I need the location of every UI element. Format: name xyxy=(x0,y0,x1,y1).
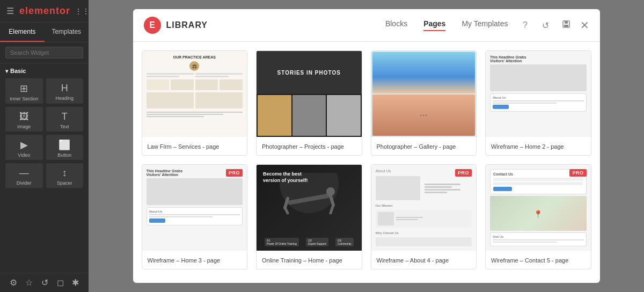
modal-actions: ? ↺ ✕ xyxy=(519,19,589,32)
template-card-wireframe-contact[interactable]: PRO Contact Us 📍 Visit Us xyxy=(485,164,591,269)
template-card-photographer-projects[interactable]: STORIES IN PHOTOS Photographer – Project… xyxy=(256,50,362,156)
refresh-button[interactable]: ↺ xyxy=(539,19,552,32)
template-info: Photographer – Gallery - page xyxy=(371,137,477,155)
spacer-icon: ↕ xyxy=(62,167,67,179)
widget-inner-section[interactable]: ⊞ Inner Section xyxy=(5,78,43,104)
svg-rect-2 xyxy=(564,25,568,27)
tab-my-templates[interactable]: My Templates xyxy=(462,19,508,31)
widget-image[interactable]: 🖼 Image xyxy=(5,107,43,132)
widget-video[interactable]: ▶ Video xyxy=(5,135,43,160)
widget-spacer[interactable]: ↕ Spacer xyxy=(46,163,84,188)
widget-label-divider: Divider xyxy=(17,180,32,186)
button-icon: ⬜ xyxy=(58,139,70,151)
text-icon: T xyxy=(62,111,68,122)
template-name: Wireframe – About 4 - page xyxy=(377,257,449,264)
widget-grid: ⊞ Inner Section H Heading 🖼 Image T Text… xyxy=(5,78,83,188)
template-card-law-firm[interactable]: OUR PRACTICE AREAS ⚖ xyxy=(142,50,248,156)
template-preview-wireframe-home3: PRO This Headline GrabsVisitors' Attenti… xyxy=(142,165,247,251)
hamburger-icon[interactable]: ☰ xyxy=(6,6,14,16)
widget-text[interactable]: T Text xyxy=(46,107,84,132)
page-icon[interactable]: ◻ xyxy=(57,278,64,288)
inner-section-icon: ⊞ xyxy=(20,83,28,94)
tab-elements[interactable]: Elements xyxy=(0,23,45,42)
grid-icon: ⋮⋮ xyxy=(75,7,90,16)
modal-logo: E xyxy=(144,17,161,34)
library-modal: E LIBRARY Blocks Pages My Templates ? ↺ xyxy=(133,9,600,283)
template-card-photographer-gallery[interactable]: • • • Photographer – Gallery - page xyxy=(371,50,477,156)
widget-label-text: Text xyxy=(60,124,69,129)
template-preview-photographer: STORIES IN PHOTOS xyxy=(257,51,362,137)
close-button[interactable]: ✕ xyxy=(580,19,589,32)
widget-label-inner-section: Inner Section xyxy=(10,96,38,101)
widget-label-button: Button xyxy=(57,152,71,158)
template-name: Wireframe – Home 3 - page xyxy=(148,257,221,264)
pro-badge: PRO xyxy=(455,169,472,177)
template-name: Photographer – Projects - page xyxy=(262,143,344,150)
divider-icon: — xyxy=(19,167,29,179)
widgets-section: Basic ⊞ Inner Section H Heading 🖼 Image … xyxy=(0,63,89,192)
template-info: Online Training – Home - page xyxy=(257,251,362,269)
template-name: Wireframe – Home 2 - page xyxy=(491,143,564,150)
heading-icon: H xyxy=(61,83,68,94)
widget-divider[interactable]: — Divider xyxy=(5,163,43,188)
pro-badge: PRO xyxy=(569,169,586,177)
template-preview-wireframe2: This Headline GrabsVisitors' Attention A… xyxy=(486,51,591,137)
template-preview-gallery: • • • xyxy=(371,51,477,137)
template-name: Photographer – Gallery - page xyxy=(377,143,456,150)
modal-tabs: Blocks Pages My Templates xyxy=(385,19,508,31)
template-info: Wireframe – Home 2 - page xyxy=(486,137,591,155)
elementor-logo: elementor xyxy=(19,5,70,17)
tab-pages[interactable]: Pages xyxy=(423,19,445,31)
pro-badge: PRO xyxy=(226,169,243,177)
sidebar-header: ☰ elementor ⋮⋮ xyxy=(0,0,89,23)
template-card-online-training[interactable]: PRO xyxy=(256,164,362,269)
widget-heading[interactable]: H Heading xyxy=(46,78,84,104)
help-button[interactable]: ? xyxy=(519,19,532,32)
star-icon[interactable]: ☆ xyxy=(25,278,33,288)
template-info: Wireframe – Contact 5 - page xyxy=(486,251,591,269)
image-icon: 🖼 xyxy=(19,111,29,122)
template-grid: OUR PRACTICE AREAS ⚖ xyxy=(133,42,600,283)
svg-rect-1 xyxy=(565,21,568,24)
template-card-wireframe-home3[interactable]: PRO This Headline GrabsVisitors' Attenti… xyxy=(142,164,248,269)
modal-header: E LIBRARY Blocks Pages My Templates ? ↺ xyxy=(133,9,600,42)
template-name: Law Firm – Services - page xyxy=(148,143,219,150)
modal-overlay[interactable]: E LIBRARY Blocks Pages My Templates ? ↺ xyxy=(89,0,644,292)
template-name: Wireframe – Contact 5 - page xyxy=(491,257,568,264)
more-icon[interactable]: ✱ xyxy=(72,278,79,288)
save-icon xyxy=(562,20,570,31)
sidebar: ☰ elementor ⋮⋮ Elements Templates Basic … xyxy=(0,0,89,292)
template-preview-law-firm: OUR PRACTICE AREAS ⚖ xyxy=(142,51,247,137)
widget-button[interactable]: ⬜ Button xyxy=(46,135,84,160)
main-editor: E LIBRARY Blocks Pages My Templates ? ↺ xyxy=(89,0,644,292)
history-icon[interactable]: ↺ xyxy=(41,278,48,288)
template-preview-wireframe-about: PRO About Us Our Mission xyxy=(371,165,477,251)
save-button[interactable] xyxy=(560,19,573,32)
search-input[interactable] xyxy=(5,47,83,59)
template-info: Law Firm – Services - page xyxy=(142,137,247,155)
tab-templates[interactable]: Templates xyxy=(45,23,89,42)
widget-label-spacer: Spacer xyxy=(57,180,72,186)
modal-title: LIBRARY xyxy=(166,20,208,30)
sidebar-tabs: Elements Templates xyxy=(0,23,89,42)
video-icon: ▶ xyxy=(20,139,28,151)
modal-logo-letter: E xyxy=(149,20,155,30)
refresh-icon: ↺ xyxy=(542,20,549,31)
template-info: Photographer – Projects - page xyxy=(257,137,362,155)
template-card-wireframe-about[interactable]: PRO About Us Our Mission xyxy=(371,164,477,269)
template-preview-online-training: PRO xyxy=(257,165,362,251)
basic-section-title: Basic xyxy=(5,68,83,74)
tab-blocks[interactable]: Blocks xyxy=(385,19,407,31)
template-info: Wireframe – About 4 - page xyxy=(371,251,477,269)
svg-line-9 xyxy=(285,208,288,213)
widget-label-video: Video xyxy=(18,152,30,158)
template-name: Online Training – Home - page xyxy=(262,257,342,264)
widget-label-image: Image xyxy=(17,124,31,129)
sidebar-bottom: ⚙ ☆ ↺ ◻ ✱ xyxy=(0,273,89,292)
template-info: Wireframe – Home 3 - page xyxy=(142,251,247,269)
template-card-wireframe-home2[interactable]: This Headline GrabsVisitors' Attention A… xyxy=(485,50,591,156)
settings-icon[interactable]: ⚙ xyxy=(10,278,17,288)
widget-label-heading: Heading xyxy=(55,96,74,101)
template-preview-wireframe-contact: PRO Contact Us 📍 Visit Us xyxy=(486,165,591,251)
help-icon: ? xyxy=(523,20,528,30)
